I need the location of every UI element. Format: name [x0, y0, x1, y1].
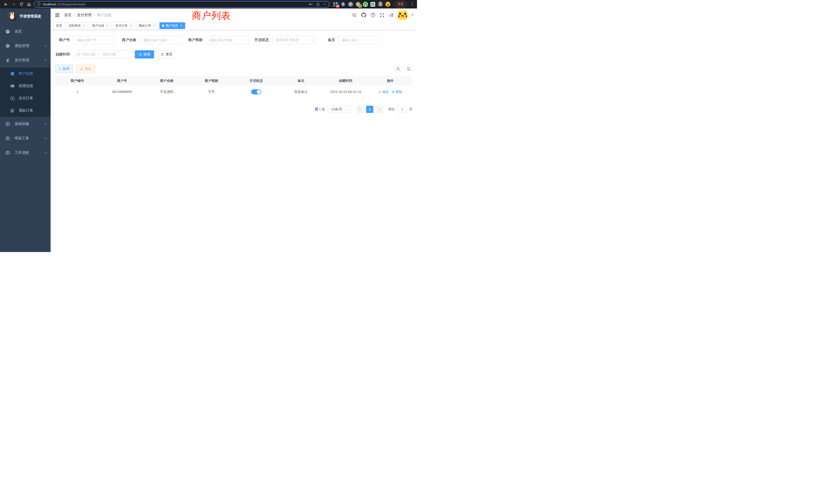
sidebar-item-refund-order[interactable]: 退款订单 — [0, 105, 50, 117]
cell-full-name: 芋道源码 — [144, 85, 189, 98]
table-header-row: 商户编号 商户号 商户全称 商户简称 开启状态 备注 创建时间 操作 — [55, 76, 413, 85]
site-info-icon[interactable] — [37, 2, 41, 6]
back-icon[interactable] — [3, 1, 9, 8]
forward-icon[interactable] — [10, 1, 17, 8]
sidebar-item-infra[interactable]: 基础设施 — [0, 117, 50, 131]
status-select[interactable]: 请选择开启状态 — [272, 36, 316, 44]
yen-circle-icon: ¥ — [10, 96, 15, 100]
show-search-icon[interactable] — [394, 65, 402, 73]
reload-icon[interactable] — [18, 1, 25, 8]
merchant-no-input[interactable] — [73, 36, 116, 44]
merchant-table: 商户编号 商户号 商户全称 商户简称 开启状态 备注 创建时间 操作 1 M23… — [55, 76, 413, 98]
chevron-down-icon — [44, 151, 47, 154]
app-navbar: 首页 / 支付管理 / 商户信息 商户列表 TT — [50, 8, 417, 22]
column-header: 创建时间 — [323, 76, 368, 85]
close-icon[interactable]: × — [106, 24, 109, 27]
github-icon[interactable] — [361, 13, 366, 18]
close-icon[interactable]: × — [179, 24, 182, 27]
sidebar-collapse-icon[interactable] — [54, 12, 60, 18]
table-settings — [394, 65, 413, 73]
breadcrumb-home[interactable]: 首页 — [64, 13, 71, 18]
breadcrumb-current: 商户信息 — [97, 13, 111, 18]
extension-balloon-icon[interactable] — [341, 2, 346, 7]
delete-link[interactable]: 删除 — [392, 90, 402, 94]
column-header: 备注 — [279, 76, 323, 85]
sidebar-item-devtool[interactable]: 研发工具 — [0, 131, 50, 145]
tab-pay-order[interactable]: 支付订单× — [113, 22, 135, 29]
sidebar-item-merchant-info[interactable]: 商户信息 — [0, 68, 50, 80]
address-bar[interactable]: localhost:1024/pay/merchant ☆ — [34, 1, 329, 8]
next-page-button[interactable] — [376, 106, 383, 113]
tab-merchant-info[interactable]: 商户信息× — [159, 22, 185, 29]
close-icon[interactable]: × — [129, 24, 132, 27]
browser-update-button[interactable]: 更新 — [394, 1, 407, 7]
font-size-icon[interactable]: TT — [389, 13, 394, 18]
password-key-icon[interactable] — [309, 2, 313, 6]
remark-input[interactable] — [338, 36, 381, 44]
fullscreen-icon[interactable] — [379, 13, 385, 18]
sidebar-item-home[interactable]: 首页 — [0, 24, 50, 39]
extension-blue-diamond-icon[interactable]: 10 — [333, 2, 338, 7]
column-header: 商户号 — [100, 76, 144, 85]
extension-y-icon[interactable]: y — [363, 2, 368, 7]
app-logo — [8, 12, 17, 21]
extension-emoji-icon[interactable] — [385, 2, 390, 7]
browser-menu-icon[interactable] — [410, 2, 414, 7]
search-icon[interactable] — [352, 13, 357, 18]
date-range-picker[interactable]: 开始日期 - 结束日期 — [73, 50, 132, 59]
chevron-left-icon — [359, 108, 362, 111]
tab-user-group[interactable]: 用户分组× — [89, 22, 111, 29]
url-text[interactable]: localhost:1024/pay/merchant — [43, 2, 307, 6]
close-icon[interactable]: × — [83, 24, 86, 27]
column-header: 操作 — [368, 76, 413, 85]
refresh-icon — [161, 53, 164, 56]
export-button[interactable]: 导出 — [76, 65, 95, 73]
share-icon[interactable] — [316, 2, 320, 6]
edit-link[interactable]: 修改 — [378, 90, 389, 94]
sidebar-item-system[interactable]: 系统管理 — [0, 39, 50, 53]
home-icon[interactable] — [26, 1, 32, 8]
monitor-chart-icon — [5, 122, 10, 126]
current-page-button[interactable]: 1 — [366, 106, 373, 113]
user-menu-caret-icon[interactable] — [411, 14, 413, 16]
column-header: 商户全称 — [144, 76, 189, 85]
tab-home[interactable]: 首页 — [53, 22, 65, 29]
table-toolbar: + 新增 导出 — [55, 65, 413, 73]
sidebar-item-workflow[interactable]: 工作流程 — [0, 145, 50, 160]
table-row: 1 M233666999 芋道源码 芋艿 我是备注 2021-10-23 08:… — [55, 85, 413, 98]
tab-process-form[interactable]: 流程表单× — [66, 22, 88, 29]
refresh-table-icon[interactable] — [404, 65, 413, 73]
browser-nav-buttons — [3, 1, 32, 8]
filter-short-name: 商户简称 — [188, 36, 249, 44]
extensions-area: 10 ⌘ 1 y 更新 — [333, 1, 414, 7]
sidebar-item-app-info[interactable]: 应用信息 — [0, 80, 50, 92]
status-toggle[interactable] — [251, 89, 261, 94]
close-icon[interactable]: × — [153, 24, 156, 27]
filter-row-2: 创建时间 开始日期 - 结束日期 搜索 重置 — [55, 50, 413, 59]
navbar-actions: TT — [352, 10, 413, 20]
goto-page-input[interactable] — [397, 106, 407, 113]
sidebar-item-pay[interactable]: ¥ 支付管理 — [0, 53, 50, 68]
extension-green-dot-icon[interactable]: 1 — [355, 2, 360, 7]
page-content: 商户号 商户全称 商户简称 开启状态 请选择开启状态 — [50, 30, 417, 252]
prev-page-button[interactable] — [356, 106, 364, 113]
sidebar-item-pay-order[interactable]: ¥ 支付订单 — [0, 92, 50, 105]
full-name-input[interactable] — [140, 36, 182, 44]
extension-command-icon[interactable]: ⌘ — [348, 2, 353, 7]
sidebar-menu: 首页 系统管理 ¥ 支付管理 商户信息 — [0, 24, 50, 252]
user-avatar[interactable] — [398, 10, 407, 20]
bookmark-star-icon[interactable]: ☆ — [323, 2, 326, 6]
filter-row-1: 商户号 商户全称 商户简称 开启状态 请选择开启状态 — [55, 36, 413, 44]
page-size-select[interactable]: 10条/页 — [328, 106, 351, 113]
add-button[interactable]: + 新增 — [55, 65, 73, 73]
breadcrumb-pay[interactable]: 支付管理 — [77, 13, 91, 18]
tab-refund-order[interactable]: 退款订单× — [136, 22, 158, 29]
extension-chat-icon[interactable] — [370, 2, 375, 7]
reset-button[interactable]: 重置 — [157, 50, 176, 59]
sidebar-logo-row[interactable]: 芋道管理系统 — [0, 8, 50, 24]
extensions-puzzle-icon[interactable] — [378, 2, 383, 7]
search-button[interactable]: 搜索 — [135, 50, 154, 59]
help-icon[interactable] — [370, 13, 375, 18]
short-name-input[interactable] — [206, 36, 249, 44]
pagination-goto: 前往 页 — [388, 106, 413, 113]
